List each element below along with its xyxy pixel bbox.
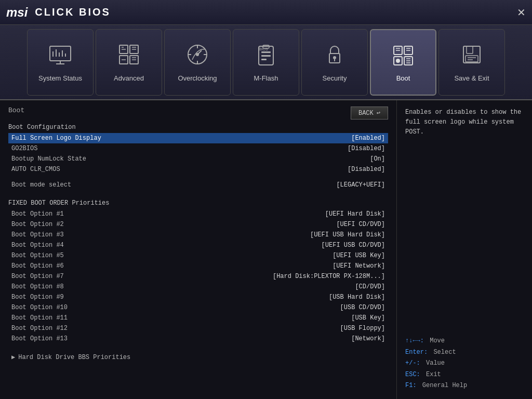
row-boot-option-3-label: Boot Option #3	[11, 231, 310, 238]
row-boot-option-7-label: Boot Option #7	[11, 273, 273, 280]
system-status-icon	[48, 42, 73, 70]
key-value-shortcut: +/-:	[405, 358, 420, 369]
svg-rect-48	[463, 46, 480, 63]
row-boot-mode-label: Boot mode select	[11, 181, 336, 189]
back-button-label: BACK	[358, 110, 374, 117]
key-help: F1: General Help	[405, 380, 524, 392]
row-boot-option-11[interactable]: Boot Option #11 [USB Key]	[8, 313, 388, 323]
row-boot-option-8-label: Boot Option #8	[11, 283, 355, 290]
back-button[interactable]: BACK ↩	[351, 107, 388, 119]
row-boot-option-5-label: Boot Option #5	[11, 252, 332, 259]
row-boot-option-4-value: [UEFI USB CD/DVD]	[322, 242, 385, 249]
row-boot-option-2-label: Boot Option #2	[11, 221, 336, 228]
click-bios-brand: CLICK BIOS	[35, 6, 111, 18]
svg-point-44	[396, 59, 400, 63]
save-exit-icon	[459, 42, 484, 70]
row-boot-option-13-label: Boot Option #13	[11, 335, 351, 342]
svg-rect-30	[261, 55, 271, 57]
row-boot-mode[interactable]: Boot mode select [LEGACY+UEFI]	[8, 180, 388, 190]
row-go2bios[interactable]: GO2BIOS [Disabled]	[8, 143, 388, 154]
overclocking-icon	[185, 42, 210, 70]
key-value-desc: Value	[422, 358, 445, 369]
tab-system-status[interactable]: System Status	[27, 29, 94, 96]
row-boot-option-1-value: [UEFI Hard Disk]	[325, 210, 385, 218]
advanced-icon	[116, 42, 141, 70]
row-boot-option-4-label: Boot Option #4	[11, 242, 322, 249]
row-boot-option-8-value: [CD/DVD]	[355, 283, 385, 290]
fixed-boot-order-label: FIXED BOOT ORDER Priorities	[8, 200, 388, 207]
security-icon	[322, 42, 347, 70]
row-boot-option-13-value: [Network]	[351, 335, 385, 342]
boot-icon	[391, 42, 416, 70]
row-boot-option-10-label: Boot Option #10	[11, 304, 340, 311]
nav-tabs: System Status Advanced	[0, 25, 532, 100]
row-boot-option-10[interactable]: Boot Option #10 [USB CD/DVD]	[8, 302, 388, 313]
key-select-shortcut: Enter:	[405, 347, 428, 358]
row-bootup-numlock-value: [On]	[370, 155, 385, 163]
tab-security-label: Security	[323, 74, 347, 82]
key-move-shortcut: ↑↓←→:	[405, 336, 424, 347]
row-auto-clr-cmos[interactable]: AUTO CLR_CMOS [Disabled]	[8, 164, 388, 175]
key-help-shortcut: F1:	[405, 380, 417, 392]
tab-overclocking[interactable]: Overclocking	[164, 29, 231, 96]
row-boot-option-10-value: [USB CD/DVD]	[340, 304, 385, 311]
key-exit-desc: Exit	[422, 369, 441, 381]
row-boot-option-5[interactable]: Boot Option #5 [UEFI USB Key]	[8, 250, 388, 261]
row-boot-option-1-label: Boot Option #1	[11, 210, 325, 218]
row-auto-clr-cmos-label: AUTO CLR_CMOS	[11, 166, 348, 173]
row-boot-option-9-value: [USB Hard Disk]	[329, 294, 385, 301]
row-boot-option-8[interactable]: Boot Option #8 [CD/DVD]	[8, 282, 388, 292]
row-boot-option-7-value: [Hard Disk:PLEXTOR PX-128M...]	[273, 273, 385, 280]
hdd-priorities-row[interactable]: ▶ Hard Disk Drive BBS Priorities	[8, 351, 388, 363]
tab-m-flash[interactable]: BIOS M-Flash	[233, 29, 299, 96]
close-button[interactable]: ✕	[517, 7, 526, 18]
tab-system-status-label: System Status	[38, 74, 82, 82]
tab-security[interactable]: Security	[301, 29, 368, 96]
main-content: Boot BACK ↩ Boot Configuration Full Scre…	[0, 100, 532, 399]
tab-boot[interactable]: Boot	[370, 29, 436, 96]
row-boot-option-6-value: [UEFI Network]	[332, 262, 385, 270]
row-bootup-numlock[interactable]: Bootup NumLock State [On]	[8, 154, 388, 164]
row-boot-option-3[interactable]: Boot Option #3 [UEFI USB Hard Disk]	[8, 230, 388, 240]
row-boot-option-3-value: [UEFI USB Hard Disk]	[310, 231, 385, 238]
row-boot-option-7[interactable]: Boot Option #7 [Hard Disk:PLEXTOR PX-128…	[8, 271, 388, 282]
row-boot-option-4[interactable]: Boot Option #4 [UEFI USB CD/DVD]	[8, 240, 388, 250]
row-full-screen-logo-label: Full Screen Logo Display	[11, 135, 351, 142]
panel-title: Boot	[8, 107, 24, 114]
row-boot-option-5-value: [UEFI USB Key]	[332, 252, 385, 259]
spacer-2	[8, 190, 388, 195]
keyboard-help: ↑↓←→: Move Enter: Select +/-: Value ESC:…	[405, 336, 524, 392]
row-boot-option-13[interactable]: Boot Option #13 [Network]	[8, 334, 388, 344]
key-move-desc: Move	[426, 336, 445, 347]
row-full-screen-logo-value: [Enabled]	[351, 135, 385, 142]
left-panel: Boot BACK ↩ Boot Configuration Full Scre…	[0, 100, 397, 399]
back-arrow-icon: ↩	[377, 109, 380, 117]
row-full-screen-logo[interactable]: Full Screen Logo Display [Enabled]	[8, 133, 388, 143]
key-move: ↑↓←→: Move	[405, 336, 524, 347]
help-description: Enables or disables to show the full scr…	[405, 108, 524, 138]
tab-overclocking-label: Overclocking	[178, 74, 217, 82]
svg-rect-29	[261, 51, 271, 53]
msi-brand: msi	[6, 5, 28, 20]
row-boot-option-11-value: [USB Key]	[351, 314, 385, 322]
row-boot-option-2-value: [UEFI CD/DVD]	[336, 221, 385, 228]
hdd-arrow-icon: ▶	[11, 353, 15, 361]
key-help-desc: General Help	[419, 380, 468, 392]
svg-rect-31	[261, 59, 267, 60]
row-boot-option-12[interactable]: Boot Option #12 [USB Floppy]	[8, 323, 388, 334]
key-exit: ESC: Exit	[405, 369, 524, 381]
tab-save-exit-label: Save & Exit	[454, 74, 489, 82]
right-panel: Enables or disables to show the full scr…	[397, 100, 532, 399]
svg-rect-49	[467, 46, 473, 54]
svg-point-34	[333, 56, 336, 59]
row-boot-mode-value: [LEGACY+UEFI]	[336, 181, 385, 189]
spacer-1	[8, 175, 388, 180]
row-boot-option-2[interactable]: Boot Option #2 [UEFI CD/DVD]	[8, 219, 388, 230]
tab-advanced[interactable]: Advanced	[96, 29, 162, 96]
row-boot-option-6-label: Boot Option #6	[11, 262, 332, 270]
tab-save-exit[interactable]: Save & Exit	[438, 29, 505, 96]
row-boot-option-1[interactable]: Boot Option #1 [UEFI Hard Disk]	[8, 209, 388, 219]
row-boot-option-9[interactable]: Boot Option #9 [USB Hard Disk]	[8, 292, 388, 302]
hdd-priorities-label: Hard Disk Drive BBS Priorities	[18, 354, 130, 361]
row-boot-option-6[interactable]: Boot Option #6 [UEFI Network]	[8, 261, 388, 271]
